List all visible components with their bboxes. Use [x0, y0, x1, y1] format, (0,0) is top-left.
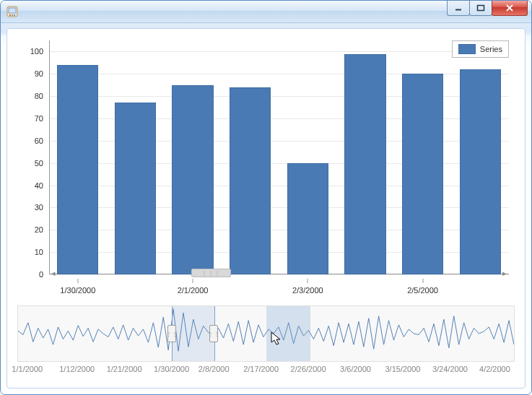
scroll-thumb[interactable]: ⋮⋮⋮ [191, 269, 230, 277]
bar[interactable] [115, 103, 156, 274]
svg-point-4 [14, 14, 15, 16]
y-tick: 70 [35, 114, 43, 123]
overview-tick: 1/30/2000 [154, 365, 189, 373]
overview-tick: 1/1/2000 [12, 365, 43, 373]
legend-swatch [458, 44, 476, 54]
svg-rect-6 [478, 6, 484, 11]
scroll-left-arrow[interactable]: ◂ [49, 269, 58, 277]
bar[interactable] [230, 87, 271, 274]
range-plot[interactable]: ⋮⋮ ⋮⋮ [17, 305, 515, 362]
bar-chart: 0102030405060708090100 Series ◂ ⋮⋮⋮ ▸ 1/… [14, 36, 518, 300]
overview-tick: 1/21/2000 [107, 365, 142, 373]
titlebar[interactable] [1, 1, 531, 23]
y-tick: 60 [35, 136, 43, 145]
bar[interactable] [402, 74, 443, 274]
bar[interactable] [460, 69, 501, 274]
overview-tick: 4/2/2000 [479, 365, 510, 373]
x-tick: 2/1/2000 [178, 286, 209, 295]
bar[interactable] [172, 85, 213, 274]
svg-rect-5 [455, 9, 461, 11]
x-tick: 1/30/2000 [60, 286, 95, 295]
app-icon [6, 6, 18, 17]
x-tick: 2/5/2000 [407, 286, 438, 295]
range-highlight [266, 306, 311, 361]
bar[interactable] [344, 54, 385, 274]
bar[interactable] [287, 163, 328, 274]
range-selector[interactable]: ⋮⋮ ⋮⋮ 1/1/20001/12/20001/21/20001/30/200… [14, 305, 518, 375]
legend-label: Series [480, 45, 502, 53]
horizontal-scrollbar[interactable]: ◂ ⋮⋮⋮ ▸ [49, 269, 509, 277]
svg-rect-1 [9, 8, 16, 13]
overview-tick: 3/24/2000 [432, 365, 468, 373]
client-area: 0102030405060708090100 Series ◂ ⋮⋮⋮ ▸ 1/… [6, 28, 526, 389]
scroll-right-arrow[interactable]: ▸ [500, 269, 509, 277]
y-tick: 100 [30, 47, 43, 56]
y-tick: 90 [35, 69, 43, 78]
app-window: 0102030405060708090100 Series ◂ ⋮⋮⋮ ▸ 1/… [0, 0, 532, 395]
y-tick: 30 [35, 203, 43, 212]
maximize-button[interactable] [469, 1, 492, 16]
y-tick: 20 [35, 225, 43, 234]
y-tick: 50 [35, 159, 43, 168]
overview-tick: 2/8/2000 [199, 365, 230, 373]
bar[interactable] [57, 65, 98, 274]
close-button[interactable] [492, 1, 528, 16]
svg-point-3 [12, 14, 13, 16]
overview-tick: 2/26/2000 [291, 365, 326, 373]
legend: Series [452, 40, 509, 58]
range-handle-left[interactable]: ⋮⋮ [167, 325, 176, 342]
y-tick: 10 [35, 248, 43, 256]
y-tick: 40 [35, 181, 43, 190]
y-tick: 0 [39, 270, 43, 279]
plot-area [49, 40, 509, 274]
x-tick: 2/3/2000 [292, 286, 323, 295]
y-tick: 80 [35, 92, 43, 100]
svg-point-2 [9, 14, 11, 16]
overview-tick: 3/15/2000 [385, 365, 421, 373]
overview-tick: 3/6/2000 [340, 365, 371, 373]
minimize-button[interactable] [447, 1, 470, 16]
overview-tick: 1/12/2000 [59, 365, 95, 373]
range-handle-right[interactable]: ⋮⋮ [209, 325, 218, 342]
overview-tick: 2/17/2000 [243, 365, 279, 373]
